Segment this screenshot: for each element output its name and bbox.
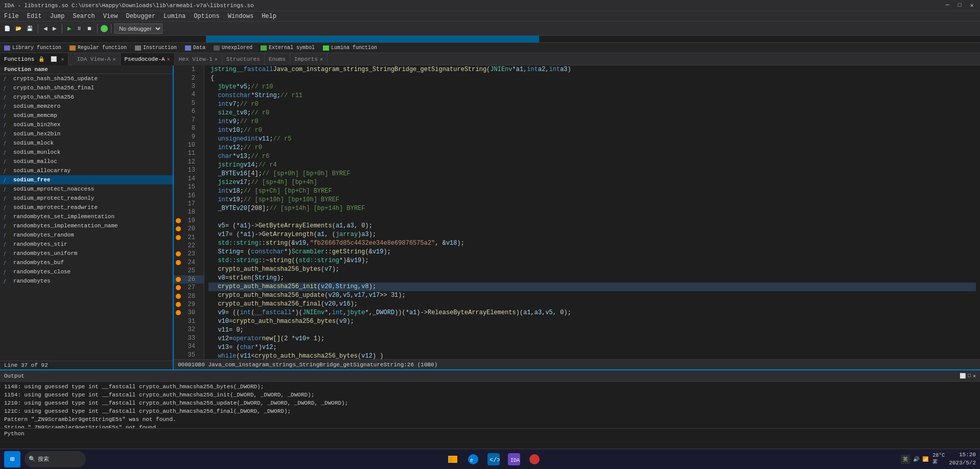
linenum-28: 28 <box>183 293 195 300</box>
taskbar-icon-ida[interactable]: IDA <box>506 451 522 467</box>
fn-item-sodium-hex2bin[interactable]: 𝑓 sodium_hex2bin <box>0 129 173 138</box>
fn-item-sodium-mprotect-readonly[interactable]: 𝑓 sodium_mprotect_readonly <box>0 194 173 203</box>
output-float-btn[interactable]: ⬜ <box>960 373 966 379</box>
tray-lang[interactable]: 英 <box>901 455 910 464</box>
fn-item-sodium-memcmp[interactable]: 𝑓 sodium_memcmp <box>0 111 173 120</box>
code-token: JNIEnv <box>490 65 512 74</box>
menu-view[interactable]: View <box>99 11 122 21</box>
clock-widget: 15:20 2023/5/2 <box>949 451 976 467</box>
tb-sep2 <box>62 24 62 33</box>
maximize-button[interactable]: □ <box>955 2 964 9</box>
dot-28 <box>176 294 181 299</box>
fn-label-18: randombytes_stir <box>13 241 67 247</box>
tray-volume[interactable]: 🔊 <box>913 456 919 462</box>
tab-hex-view[interactable]: Hex View-1 ✕ <box>175 53 222 65</box>
fn-item-crypto-hash-sha256-update[interactable]: 𝑓 crypto_hash_sha256_update <box>0 74 173 83</box>
taskbar-icon-misc[interactable] <box>526 451 543 467</box>
tb-run[interactable]: ▶ <box>65 25 74 32</box>
code-token: int <box>549 65 561 74</box>
menu-options[interactable]: Options <box>190 11 223 21</box>
gutter-line-17: 17 <box>174 200 204 208</box>
fn-item-sodium-munlock[interactable]: 𝑓 sodium_munlock <box>0 148 173 157</box>
taskbar-icon-explorer[interactable] <box>445 451 461 467</box>
menu-search[interactable]: Search <box>68 11 99 21</box>
gutter-line-22: 22 <box>174 242 204 250</box>
code-content[interactable]: jstring __fastcall Java_com_instagram_st… <box>204 65 980 359</box>
output-content[interactable]: 1148: using guessed type int __fastcall … <box>0 382 980 428</box>
fn-item-sodium-allocarray[interactable]: 𝑓 sodium_allocarray <box>0 166 173 175</box>
fn-item-sodium-bin2hex[interactable]: 𝑓 sodium_bin2hex <box>0 120 173 129</box>
taskbar-icon-vscode[interactable]: </> <box>485 451 502 467</box>
tb-new[interactable]: 📄 <box>2 25 12 32</box>
menu-lumina[interactable]: Lumina <box>159 11 190 21</box>
fn-icon-10: 𝑓 <box>4 168 11 174</box>
tab-structures[interactable]: Structures <box>222 53 265 65</box>
function-list[interactable]: 𝑓 crypto_hash_sha256_update 𝑓 crypto_has… <box>0 74 173 361</box>
fn-item-sodium-malloc[interactable]: 𝑓 sodium_malloc <box>0 157 173 166</box>
fn-icon-0: 𝑓 <box>4 76 11 82</box>
fn-item-sodium-mlock[interactable]: 𝑓 sodium_mlock <box>0 138 173 148</box>
code-area[interactable]: 1 2 3 4 5 <box>174 65 980 359</box>
taskbar-left: ⊞ 🔍 搜索 <box>4 451 86 467</box>
tb-pause[interactable]: ⏸ <box>75 25 84 32</box>
minimize-button[interactable]: ─ <box>943 2 951 9</box>
menu-help[interactable]: Help <box>258 11 281 21</box>
fn-item-randombytes-close[interactable]: 𝑓 randombytes_close <box>0 267 173 276</box>
fn-item-sodium-memzero[interactable]: 𝑓 sodium_memzero <box>0 102 173 111</box>
output-close-btn[interactable]: ✕ <box>973 373 976 379</box>
menu-file[interactable]: File <box>0 11 23 21</box>
tab-imports-close[interactable]: ✕ <box>320 56 323 62</box>
fn-item-crypto-hash-sha256-final[interactable]: 𝑓 crypto_hash_sha256_final <box>0 83 173 92</box>
tb-status-circle <box>101 25 108 32</box>
gutter-line-10: 10 <box>174 141 204 149</box>
legend-lumina-label: Lumina function <box>331 45 377 51</box>
gutter-line-11: 11 <box>174 149 204 157</box>
fn-item-randombytes-random[interactable]: 𝑓 randombytes_random <box>0 230 173 240</box>
tab-ida-view-close[interactable]: ✕ <box>112 56 115 62</box>
tab-functions-close[interactable]: ✕ <box>61 56 64 62</box>
menu-jump[interactable]: Jump <box>46 11 69 21</box>
tb-stop[interactable]: ⏹ <box>85 25 94 32</box>
tb-open[interactable]: 📂 <box>13 25 24 32</box>
tab-pseudocode[interactable]: Pseudocode-A ✕ <box>121 53 175 65</box>
tb-forward[interactable]: ▶ <box>51 25 59 32</box>
fn-item-randombytes-set-implementation[interactable]: 𝑓 randombytes_set_implementation <box>0 212 173 221</box>
menu-debugger[interactable]: Debugger <box>122 11 159 21</box>
fn-item-randombytes-buf[interactable]: 𝑓 randombytes_buf <box>0 258 173 267</box>
close-button[interactable]: ✕ <box>968 2 976 9</box>
taskbar-search[interactable]: 🔍 搜索 <box>25 451 86 467</box>
tab-hex-view-close[interactable]: ✕ <box>215 56 218 62</box>
tab-functions-lock[interactable]: 🔒 <box>36 56 46 62</box>
debugger-select[interactable]: No debugger <box>114 24 162 34</box>
fn-item-crypto-hash-sha256[interactable]: 𝑓 crypto_hash_sha256 <box>0 92 173 102</box>
nav-scrollbar[interactable] <box>0 36 980 43</box>
output-max-btn[interactable]: □ <box>968 373 971 379</box>
fn-item-randombytes-uniform[interactable]: 𝑓 randombytes_uniform <box>0 249 173 258</box>
tb-save[interactable]: 💾 <box>25 25 35 32</box>
menu-windows[interactable]: Windows <box>224 11 258 21</box>
weather-temp: 28°C <box>932 453 945 458</box>
taskbar-start-button[interactable]: ⊞ <box>4 451 20 467</box>
tab-ida-view[interactable]: IDA View-A ✕ <box>73 53 120 65</box>
tray-network[interactable]: 📶 <box>922 456 928 462</box>
tab-functions[interactable]: Functions 🔒 ⬜ ✕ <box>0 53 68 65</box>
fn-item-randombytes-implementation-name[interactable]: 𝑓 randombytes_implementation_name <box>0 221 173 230</box>
gutter-line-27: 27 <box>174 284 204 292</box>
gutter-line-24: 24 <box>174 259 204 267</box>
fn-icon-4: 𝑓 <box>4 113 11 119</box>
tab-enums[interactable]: Enums <box>265 53 290 65</box>
tab-functions-float[interactable]: ⬜ <box>49 56 59 62</box>
fn-item-randombytes-stir[interactable]: 𝑓 randombytes_stir <box>0 240 173 249</box>
fn-item-randombytes[interactable]: 𝑓 randombytes <box>0 276 173 286</box>
tab-imports[interactable]: Imports ✕ <box>290 53 328 65</box>
dot-24 <box>176 260 181 265</box>
menu-edit[interactable]: Edit <box>23 11 46 21</box>
gutter-line-8: 8 <box>174 124 204 132</box>
tab-pseudocode-close[interactable]: ✕ <box>167 56 170 62</box>
fn-item-sodium-mprotect-readwrite[interactable]: 𝑓 sodium_mprotect_readwrite <box>0 203 173 212</box>
fn-item-sodium-free[interactable]: 𝑓 sodium_free <box>0 175 173 184</box>
fn-icon-20: 𝑓 <box>4 260 11 266</box>
taskbar-icon-edge[interactable]: e <box>465 451 481 467</box>
fn-item-sodium-mprotect-noaccess[interactable]: 𝑓 sodium_mprotect_noaccess <box>0 184 173 194</box>
tb-back[interactable]: ◀ <box>41 25 50 32</box>
